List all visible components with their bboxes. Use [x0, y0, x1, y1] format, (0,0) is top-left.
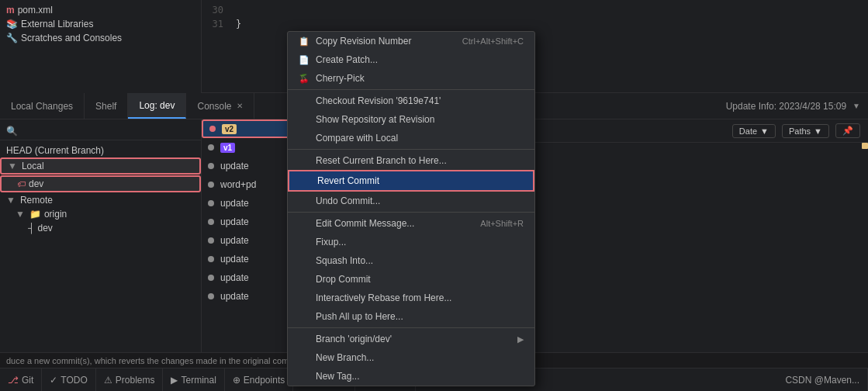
commit-dot — [208, 144, 214, 151]
head-branch-item[interactable]: HEAD (Current Branch) — [0, 144, 201, 157]
tag-icon: 🏷 — [17, 179, 26, 189]
tab-console[interactable]: Console ✕ — [186, 93, 254, 119]
context-new-branch[interactable]: New Branch... — [288, 348, 534, 367]
context-interactive-rebase[interactable]: Interactively Rebase from Here... — [288, 289, 534, 307]
context-undo-commit[interactable]: Undo Commit... — [288, 192, 534, 210]
status-problems[interactable]: ⚠ Problems — [96, 369, 164, 391]
commit-label: update — [220, 216, 249, 227]
status-right: CSDN @Maven... — [777, 369, 868, 391]
dev-label: dev — [29, 178, 43, 189]
commit-dot — [208, 256, 214, 262]
context-revert-commit[interactable]: Revert Commit — [288, 170, 534, 192]
context-fixup[interactable]: Fixup... — [288, 233, 534, 251]
dev-branch-item[interactable]: 🏷 dev — [0, 175, 201, 192]
paths-button[interactable]: Paths ▼ — [782, 124, 829, 138]
context-push-all[interactable]: Push All up to Here... — [288, 307, 534, 326]
separator — [288, 89, 534, 90]
status-endpoints[interactable]: ⊕ Endpoints — [225, 369, 293, 391]
context-compare-local[interactable]: Compare with Local — [288, 129, 534, 147]
context-cherry-pick[interactable]: 🍒 Cherry-Pick — [288, 69, 534, 88]
dropdown-icon[interactable]: ▼ — [852, 102, 860, 110]
context-reset-branch[interactable]: Reset Current Branch to Here... — [288, 151, 534, 170]
status-csdn[interactable]: CSDN @Maven... — [777, 369, 868, 391]
commit-dot — [208, 163, 214, 169]
commit-label: update — [220, 235, 249, 246]
tab-local-changes[interactable]: Local Changes — [0, 93, 85, 119]
commit-label: word+pd — [220, 179, 256, 190]
file-tree-item[interactable]: 📚 External Libraries — [0, 17, 201, 31]
status-git[interactable]: ⎇ Git — [0, 369, 42, 391]
commit-label: update — [220, 272, 249, 283]
branch-tree: 🔍 HEAD (Current Branch) ▼ Local 🏷 dev ▼ … — [0, 119, 202, 368]
file-tree: m pom.xml 📚 External Libraries 🔧 Scratch… — [0, 0, 202, 93]
origin-folder[interactable]: ▼ 📁 origin — [0, 207, 201, 221]
context-drop-commit[interactable]: Drop Commit — [288, 270, 534, 289]
separator — [288, 149, 534, 150]
branch-icon: ┤ — [28, 223, 35, 234]
copy-icon: 📋 — [299, 36, 310, 47]
remote-label: Remote — [20, 195, 53, 206]
remote-dev-item[interactable]: ┤ dev — [0, 221, 201, 235]
local-label: Local — [22, 161, 44, 171]
date-button[interactable]: Date ▼ — [732, 124, 776, 138]
context-create-patch[interactable]: 📄 Create Patch... — [288, 50, 534, 69]
file-tree-item[interactable]: 🔧 Scratches and Consoles — [0, 31, 201, 45]
separator — [288, 212, 534, 213]
search-icon: 🔍 — [6, 126, 18, 137]
cherry-icon: 🍒 — [299, 74, 310, 84]
context-edit-message[interactable]: Edit Commit Message... Alt+Shift+R — [288, 214, 534, 233]
origin-label: origin — [44, 209, 67, 220]
chevron-down-icon: ▼ — [760, 126, 769, 136]
file-tree-item[interactable]: m pom.xml — [0, 3, 201, 17]
patch-icon: 📄 — [299, 55, 310, 65]
context-squash-into[interactable]: Squash Into... — [288, 251, 534, 270]
commit-label: update — [220, 254, 249, 265]
status-todo[interactable]: ✓ TODO — [42, 369, 95, 391]
tab-shelf[interactable]: Shelf — [85, 93, 128, 119]
commit-label: update — [220, 198, 249, 209]
folder-icon: 📁 — [29, 209, 41, 220]
context-show-repo[interactable]: Show Repository at Revision — [288, 110, 534, 129]
file-tree-label: pom.xml — [18, 5, 53, 16]
separator — [288, 327, 534, 328]
context-new-tag[interactable]: New Tag... — [288, 367, 534, 386]
arrow-icon: ▶ — [517, 334, 524, 344]
chevron-down-icon: ▼ — [814, 126, 822, 136]
pin-icon: 📌 — [842, 126, 853, 136]
expand-icon: ▼ — [6, 195, 16, 206]
close-icon[interactable]: ✕ — [237, 102, 243, 110]
commit-dot — [208, 200, 214, 206]
context-branch-origin[interactable]: Branch 'origin/dev' ▶ — [288, 330, 534, 348]
context-checkout-revision[interactable]: Checkout Revision '9619e741' — [288, 92, 534, 110]
status-terminal[interactable]: ▶ Terminal — [163, 369, 224, 391]
commit-dot — [209, 126, 216, 132]
commit-label: update — [220, 291, 249, 302]
commit-dot — [208, 275, 214, 281]
highlight-marker — [862, 143, 868, 149]
problems-icon: ⚠ — [104, 375, 112, 386]
commit-dot — [208, 293, 214, 299]
update-info: Update Info: 2023/4/28 15:09 ▼ — [718, 93, 868, 119]
commit-tag-v2: v2 — [222, 124, 237, 134]
remote-dev-label: dev — [38, 223, 53, 234]
scratch-icon: 🔧 — [6, 33, 18, 43]
search-bar[interactable]: 🔍 — [0, 123, 201, 140]
pin-button[interactable]: 📌 — [835, 123, 860, 138]
commit-dot — [208, 219, 214, 225]
maven-icon: m — [6, 5, 15, 16]
commit-dot — [208, 237, 214, 244]
expand-icon: ▼ — [16, 209, 25, 220]
context-copy-revision[interactable]: 📋 Copy Revision Number Ctrl+Alt+Shift+C — [288, 32, 534, 50]
context-menu: 📋 Copy Revision Number Ctrl+Alt+Shift+C … — [287, 31, 535, 386]
local-section[interactable]: ▼ Local — [0, 157, 201, 175]
expand-icon: ▼ — [8, 161, 17, 171]
code-line: 31 } — [208, 17, 862, 31]
code-line: 30 — [208, 3, 862, 17]
terminal-icon: ▶ — [171, 375, 178, 386]
lib-icon: 📚 — [6, 19, 18, 29]
remote-section[interactable]: ▼ Remote — [0, 193, 201, 207]
head-label: HEAD (Current Branch) — [6, 145, 104, 156]
commit-label: update — [220, 161, 249, 171]
commit-dot — [208, 182, 214, 188]
tab-log-dev[interactable]: Log: dev — [128, 93, 186, 119]
